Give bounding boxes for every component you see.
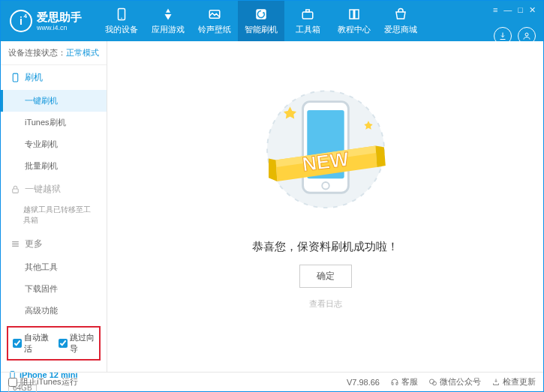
wechat-icon [428,378,437,387]
svg-point-6 [525,33,528,36]
svg-rect-8 [12,189,18,193]
conn-value: 正常模式 [66,48,99,57]
sidebar-item-batch-flash[interactable]: 批量刷机 [1,155,107,177]
update-icon [491,378,500,387]
sidebar-item-oneclick-flash[interactable]: 一键刷机 [1,90,107,112]
success-text: 恭喜您，保资料刷机成功啦！ [252,240,398,254]
menu-icon[interactable]: ≡ [493,5,497,15]
nav-store[interactable]: 爱思商城 [377,1,424,41]
close-icon[interactable]: ✕ [529,5,536,15]
ok-button[interactable]: 确定 [299,265,352,288]
customer-service-link[interactable]: 客服 [390,376,418,388]
checkbox-input[interactable] [8,378,17,387]
svg-point-1 [121,17,122,19]
sidebar-head-jailbreak: 一键越狱 [1,177,107,202]
nav-label: 智能刷机 [245,24,278,35]
nav: 我的设备 应用游戏 铃声壁纸 智能刷机 工具箱 教程中心 [98,1,493,41]
sidebar-item-pro-flash[interactable]: 专业刷机 [1,133,107,155]
nav-smart-flash[interactable]: 智能刷机 [238,1,284,41]
checkbox-input[interactable] [59,339,68,348]
wallpaper-icon [207,7,222,21]
checkbox-auto-activate[interactable]: 自动激活 [13,332,50,355]
checkbox-block-itunes[interactable]: 阻止iTunes运行 [8,376,78,388]
checkbox-label: 跳过向导 [70,332,95,355]
brand: i4 爱思助手 www.i4.cn [1,1,98,41]
sidebar-head-flash[interactable]: 刷机 [1,65,107,90]
flash-icon [10,73,20,83]
success-illustration: NEW [254,82,397,226]
body: 设备连接状态：正常模式 刷机 一键刷机 iTunes刷机 专业刷机 批量刷机 一… [1,41,543,372]
refresh-icon [254,7,269,21]
window-controls: ≡ — □ ✕ [493,5,536,15]
brand-title: 爱思助手 [37,10,82,24]
version-label: V7.98.66 [347,378,380,387]
sidebar: 设备连接状态：正常模式 刷机 一键刷机 iTunes刷机 专业刷机 批量刷机 一… [1,41,107,372]
app-window: i4 爱思助手 www.i4.cn 我的设备 应用游戏 铃声壁纸 智能刷 [0,0,544,392]
view-log-link[interactable]: 查看日志 [309,298,342,310]
sidebar-item-other-tools[interactable]: 其他工具 [1,256,107,278]
jailbreak-note: 越狱工具已转移至工具箱 [23,205,98,226]
more-icon [10,239,20,250]
titlebar: i4 爱思助手 www.i4.cn 我的设备 应用游戏 铃声壁纸 智能刷 [1,1,543,41]
svg-rect-4 [302,12,313,19]
minimize-icon[interactable]: — [503,5,512,15]
download-icon [498,31,507,40]
checkbox-input[interactable] [13,339,22,348]
wechat-link[interactable]: 微信公众号 [428,376,481,388]
sidebar-item-download-firmware[interactable]: 下载固件 [1,278,107,300]
apps-icon [161,7,176,21]
sidebar-head-label: 一键越狱 [25,183,61,196]
nav-ringtone-wallpaper[interactable]: 铃声壁纸 [191,1,238,41]
sidebar-head-more[interactable]: 更多 [1,232,107,256]
nav-label: 爱思商城 [384,24,417,35]
conn-label: 设备连接状态： [8,48,66,57]
phone-icon [114,7,129,21]
nav-label: 铃声壁纸 [198,24,231,35]
book-icon [347,7,362,21]
sidebar-item-advanced[interactable]: 高级功能 [1,300,107,322]
sidebar-head-label: 刷机 [25,71,43,84]
nav-label: 应用游戏 [152,24,185,35]
options-box: 自动激活 跳过向导 [7,326,101,361]
store-icon [393,7,408,21]
lock-icon [10,184,20,195]
check-update-link[interactable]: 检查更新 [491,376,536,388]
user-icon [522,31,531,40]
nav-label: 我的设备 [105,24,138,35]
maximize-icon[interactable]: □ [518,5,523,15]
nav-label: 工具箱 [296,24,320,35]
brand-url: www.i4.cn [37,24,82,32]
nav-my-device[interactable]: 我的设备 [98,1,145,41]
svg-rect-7 [13,73,18,82]
titlebar-right: ≡ — □ ✕ [493,1,543,41]
sidebar-head-label: 更多 [25,238,43,250]
brand-logo-icon: i4 [10,10,32,32]
nav-tutorials[interactable]: 教程中心 [331,1,377,41]
nav-apps-games[interactable]: 应用游戏 [145,1,191,41]
footer: 阻止iTunes运行 V7.98.66 客服 微信公众号 检查更新 [1,372,543,391]
sidebar-item-itunes-flash[interactable]: iTunes刷机 [1,112,107,133]
main-content: NEW 恭喜您，保资料刷机成功啦！ 确定 查看日志 [107,41,543,372]
toolbox-icon [300,7,315,21]
svg-rect-5 [306,10,310,12]
nav-label: 教程中心 [338,24,371,35]
checkbox-label: 自动激活 [24,332,50,355]
headset-icon [390,378,399,387]
checkbox-skip-guide[interactable]: 跳过向导 [59,332,95,355]
checkbox-label: 阻止iTunes运行 [20,376,78,388]
connection-status: 设备连接状态：正常模式 [1,41,107,65]
nav-toolbox[interactable]: 工具箱 [284,1,331,41]
